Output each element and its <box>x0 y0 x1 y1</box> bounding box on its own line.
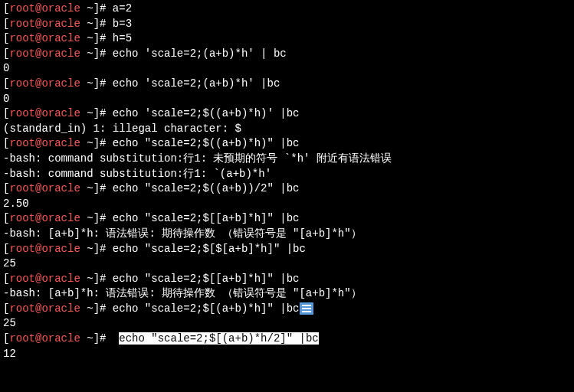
prompt-user-host: root@oracle <box>9 32 80 44</box>
command-text: b=3 <box>113 18 132 30</box>
command-text: echo "scale=2;$[[a+b]*h]" |bc <box>113 212 300 224</box>
terminal-line: [root@oracle ~]# h=5 <box>3 31 571 47</box>
terminal-line: [root@oracle ~]# b=3 <box>3 17 571 32</box>
prompt-close-bracket: ]# <box>93 332 113 345</box>
terminal-line: [root@oracle ~]# a=2 <box>3 2 571 17</box>
prompt-path: ~ <box>80 32 93 44</box>
prompt-path: ~ <box>80 212 93 224</box>
prompt-path: ~ <box>80 302 93 315</box>
prompt-close-bracket: ]# <box>93 243 113 255</box>
clipboard-icon[interactable] <box>300 302 313 315</box>
command-prefix <box>113 332 119 345</box>
prompt-path: ~ <box>80 107 93 119</box>
prompt-close-bracket: ]# <box>93 137 113 149</box>
prompt-user-host: root@oracle <box>9 212 80 224</box>
terminal-line: 25 <box>3 256 571 272</box>
prompt-close-bracket: ]# <box>93 302 113 315</box>
output-text: -bash: command substitution:行1: `(a+b)*h… <box>3 168 271 180</box>
terminal-line: (standard_in) 1: illegal character: $ <box>3 122 571 137</box>
command-text: echo 'scale=2;(a+b)*h' |bc <box>113 77 280 90</box>
command-text: echo 'scale=2;(a+b)*h' | bc <box>113 47 287 60</box>
command-text: echo "scale=2;$[$[a+b]*h]" |bc <box>113 243 306 255</box>
terminal-line: [root@oracle ~]# echo "scale=2;$((a+b)*h… <box>3 136 571 152</box>
terminal-line: [root@oracle ~]# echo 'scale=2;(a+b)*h' … <box>3 47 571 62</box>
prompt-path: ~ <box>80 47 93 60</box>
command-text: echo "scale=2;$((a+b))/2" |bc <box>113 182 300 194</box>
terminal-line: [root@oracle ~]# echo "scale=2;$[(a+b)*h… <box>3 302 571 317</box>
terminal-line: 2.50 <box>3 197 571 212</box>
prompt-path: ~ <box>80 273 93 285</box>
prompt-user-host: root@oracle <box>9 47 80 60</box>
prompt-user-host: root@oracle <box>9 273 80 285</box>
command-text: echo "scale=2;$((a+b)*h)" |bc <box>113 137 300 149</box>
prompt-close-bracket: ]# <box>93 182 113 194</box>
command-text: a=2 <box>113 2 132 15</box>
output-text: (standard_in) 1: illegal character: $ <box>3 122 241 135</box>
prompt-user-host: root@oracle <box>9 243 80 255</box>
prompt-path: ~ <box>80 137 93 149</box>
terminal-output[interactable]: [root@oracle ~]# a=2[root@oracle ~]# b=3… <box>3 2 571 361</box>
prompt-path: ~ <box>80 18 93 30</box>
highlighted-command[interactable]: echo "scale=2;$[(a+b)*h/2]" |bc <box>119 332 318 345</box>
terminal-line: [root@oracle ~]# echo "scale=2;$[[a+b]*h… <box>3 272 571 287</box>
output-text: 0 <box>3 62 9 74</box>
prompt-close-bracket: ]# <box>93 47 113 60</box>
terminal-line: 0 <box>3 61 571 77</box>
output-text: -bash: [a+b]*h: 语法错误: 期待操作数 （错误符号是 "[a+b… <box>3 227 362 240</box>
terminal-line: -bash: [a+b]*h: 语法错误: 期待操作数 （错误符号是 "[a+b… <box>3 227 571 242</box>
terminal-line: [root@oracle ~]# echo 'scale=2;$((a+b)*h… <box>3 106 571 122</box>
prompt-user-host: root@oracle <box>9 77 80 90</box>
prompt-user-host: root@oracle <box>9 137 80 149</box>
prompt-user-host: root@oracle <box>9 302 80 315</box>
terminal-line: 0 <box>3 92 571 107</box>
output-text: -bash: [a+b]*h: 语法错误: 期待操作数 （错误符号是 "[a+b… <box>3 287 362 299</box>
prompt-path: ~ <box>80 332 93 345</box>
command-text: echo "scale=2;$[[a+b]*h]" |bc <box>113 273 300 285</box>
terminal-line: 25 <box>3 316 571 332</box>
prompt-close-bracket: ]# <box>93 273 113 285</box>
command-text: echo "scale=2;$[(a+b)*h]" |bc <box>113 302 300 315</box>
prompt-close-bracket: ]# <box>93 32 113 44</box>
terminal-line: [root@oracle ~]# echo 'scale=2;(a+b)*h' … <box>3 77 571 92</box>
prompt-path: ~ <box>80 243 93 255</box>
terminal-line: [root@oracle ~]# echo "scale=2;$[[a+b]*h… <box>3 211 571 227</box>
prompt-close-bracket: ]# <box>93 212 113 224</box>
terminal-line: -bash: command substitution:行1: 未预期的符号 `… <box>3 152 571 167</box>
prompt-close-bracket: ]# <box>93 18 113 30</box>
prompt-user-host: root@oracle <box>9 107 80 119</box>
prompt-path: ~ <box>80 77 93 90</box>
prompt-user-host: root@oracle <box>9 18 80 30</box>
prompt-path: ~ <box>80 2 93 15</box>
prompt-user-host: root@oracle <box>9 182 80 194</box>
terminal-line: 12 <box>3 347 571 362</box>
prompt-close-bracket: ]# <box>93 2 113 15</box>
command-text: echo 'scale=2;$((a+b)*h)' |bc <box>113 107 300 119</box>
prompt-close-bracket: ]# <box>93 107 113 119</box>
output-text: -bash: command substitution:行1: 未预期的符号 `… <box>3 152 392 165</box>
terminal-line: -bash: [a+b]*h: 语法错误: 期待操作数 （错误符号是 "[a+b… <box>3 286 571 302</box>
prompt-path: ~ <box>80 182 93 194</box>
command-text: h=5 <box>113 32 132 44</box>
prompt-user-host: root@oracle <box>9 2 80 15</box>
output-text: 25 <box>3 257 16 270</box>
terminal-line: [root@oracle ~]# echo "scale=2;$[$[a+b]*… <box>3 242 571 257</box>
terminal-line: [root@oracle ~]# echo "scale=2;$[(a+b)*h… <box>3 332 571 347</box>
terminal-line: [root@oracle ~]# echo "scale=2;$((a+b))/… <box>3 181 571 197</box>
output-text: 2.50 <box>3 198 29 210</box>
output-text: 12 <box>3 348 16 360</box>
terminal-line: -bash: command substitution:行1: `(a+b)*h… <box>3 167 571 182</box>
prompt-close-bracket: ]# <box>93 77 113 90</box>
output-text: 0 <box>3 93 9 105</box>
prompt-user-host: root@oracle <box>9 332 80 345</box>
output-text: 25 <box>3 317 16 329</box>
